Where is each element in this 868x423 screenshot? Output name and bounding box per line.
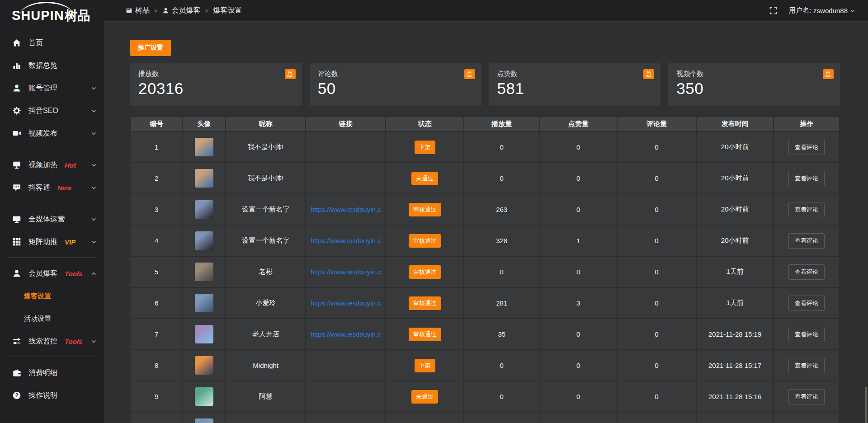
sidebar-item-视频发布[interactable]: 视频发布 xyxy=(0,122,104,145)
video-link[interactable]: https://www.iesdouyin.c xyxy=(311,206,381,213)
video-link[interactable]: https://www.iesdouyin.c xyxy=(311,299,381,307)
cell-comments: 0 xyxy=(617,350,697,381)
username: zswodun88 xyxy=(813,7,848,14)
cell-action: 查看评论 xyxy=(774,256,840,287)
cell-action: 查看评论 xyxy=(774,163,840,194)
user-icon xyxy=(12,84,21,93)
cell-avatar xyxy=(182,319,226,350)
view-comments-button[interactable]: 查看评论 xyxy=(788,296,825,311)
topbar: 树品 > 会员爆客 > 爆客设置 用户名: zswodun88 xyxy=(104,0,868,22)
sidebar-divider xyxy=(8,357,96,357)
column-header-点赞量: 点赞量 xyxy=(540,117,617,132)
sidebar-item-抖音SEO[interactable]: 抖音SEO xyxy=(0,99,104,122)
table-row: 3设置一个新名字https://www.iesdouyin.c审核通过26300… xyxy=(131,194,840,225)
video-link[interactable]: https://www.iesdouyin.c xyxy=(311,268,381,276)
stat-card-评论数: 评论数50总 xyxy=(310,63,481,106)
cell-plays: 328 xyxy=(464,225,540,256)
total-badge: 总 xyxy=(464,69,475,79)
cell-nickname: 阿慧 xyxy=(226,381,306,412)
sidebar-item-线索监控[interactable]: 线索监控Tools xyxy=(0,330,104,352)
view-comments-button[interactable]: 查看评论 xyxy=(788,327,825,342)
sidebar-item-矩阵助推[interactable]: 矩阵助推VIP xyxy=(0,230,104,253)
status-badge: 下架 xyxy=(415,359,435,372)
cell-id xyxy=(131,412,182,423)
cell-avatar xyxy=(182,256,226,287)
sidebar-item-badge: Hot xyxy=(65,161,76,169)
cell-id: 4 xyxy=(131,225,182,256)
sidebar-divider xyxy=(8,149,96,149)
video-icon xyxy=(12,129,21,138)
sidebar-item-操作说明[interactable]: ?操作说明 xyxy=(0,384,104,407)
sidebar-item-badge: Tools xyxy=(65,338,82,345)
cell-time xyxy=(696,412,774,423)
promo-settings-button[interactable]: 推广设置 xyxy=(130,40,171,56)
cell-avatar xyxy=(182,163,226,194)
view-comments-button[interactable]: 查看评论 xyxy=(788,202,825,217)
cell-nickname: 我不是小帅! xyxy=(226,132,306,163)
cell-comments: 0 xyxy=(617,163,697,194)
chevron-down-icon xyxy=(91,131,97,136)
heat-icon xyxy=(12,160,21,169)
sidebar-item-label: 线索监控 xyxy=(28,337,57,346)
cell-id: 6 xyxy=(131,287,182,319)
cell-likes xyxy=(540,412,617,423)
view-comments-button[interactable]: 查看评论 xyxy=(788,140,825,155)
cell-id: 9 xyxy=(131,381,182,412)
cell-action: 查看评论 xyxy=(774,225,840,256)
cell-status: 审核通过 xyxy=(386,256,463,287)
status-badge: 审核通过 xyxy=(409,265,441,279)
cell-link: https://www.iesdouyin.c xyxy=(306,256,386,287)
stat-value: 581 xyxy=(497,80,653,98)
cell-status: 未通过 xyxy=(386,163,463,194)
sidebar-item-视频加热[interactable]: 视频加热Hot xyxy=(0,154,104,176)
user-menu[interactable]: 用户名: zswodun88 xyxy=(789,6,855,15)
logo-arc-decoration xyxy=(20,2,73,15)
sidebar-item-全媒体运营[interactable]: 全媒体运营 xyxy=(0,208,104,230)
cell-likes: 0 xyxy=(540,381,617,412)
view-comments-button[interactable]: 查看评论 xyxy=(788,264,825,280)
cell-id: 8 xyxy=(131,350,182,381)
video-link[interactable]: https://www.iesdouyin.c xyxy=(311,330,381,338)
cell-plays: 263 xyxy=(464,194,540,225)
chevron-down-icon xyxy=(91,216,97,222)
breadcrumb-item-member[interactable]: 会员爆客 xyxy=(162,6,201,15)
cell-comments: 0 xyxy=(617,287,697,319)
sidebar-item-首页[interactable]: 首页 xyxy=(0,32,104,54)
cell-likes: 0 xyxy=(540,319,617,350)
cell-avatar xyxy=(182,350,226,381)
sidebar-item-账号管理[interactable]: 账号管理 xyxy=(0,77,104,99)
cell-link: https://www.iesdouyin.c xyxy=(306,225,386,256)
sidebar-item-label: 会员爆客 xyxy=(28,269,57,278)
view-comments-button[interactable]: 查看评论 xyxy=(788,171,825,186)
breadcrumb: 树品 > 会员爆客 > 爆客设置 xyxy=(126,6,242,15)
avatar xyxy=(195,356,213,375)
cell-status: 下架 xyxy=(386,350,463,381)
cell-nickname: 设置一个新名字 xyxy=(226,225,306,256)
sidebar-item-badge: New xyxy=(57,184,71,192)
chevron-down-icon xyxy=(850,8,855,14)
cell-nickname: Midnight xyxy=(226,350,306,381)
fullscreen-icon[interactable] xyxy=(769,7,777,14)
sidebar-subitem-label: 活动设置 xyxy=(24,315,51,323)
chevron-down-icon xyxy=(91,162,97,168)
sidebar-subitem-爆客设置[interactable]: 爆客设置 xyxy=(0,285,104,307)
view-comments-button[interactable]: 查看评论 xyxy=(788,233,825,249)
cell-action: 查看评论 xyxy=(774,194,840,225)
sidebar-subitem-活动设置[interactable]: 活动设置 xyxy=(0,307,104,330)
sidebar-item-label: 视频发布 xyxy=(28,129,57,138)
view-comments-button[interactable]: 查看评论 xyxy=(788,389,825,404)
breadcrumb-item-home[interactable]: 树品 xyxy=(126,6,150,15)
cell-time: 2021-11-28 15:16 xyxy=(696,381,774,412)
sidebar-item-数据总览[interactable]: 数据总览 xyxy=(0,54,104,77)
sidebar-item-消费明细[interactable]: 消费明细 xyxy=(0,362,104,384)
sidebar-item-抖客通[interactable]: 抖客通New xyxy=(0,176,104,199)
column-header-操作: 操作 xyxy=(774,117,840,132)
cell-link xyxy=(306,412,386,423)
scrollbar-thumb[interactable] xyxy=(865,387,867,423)
view-comments-button[interactable]: 查看评论 xyxy=(788,358,825,373)
cell-plays: 35 xyxy=(464,319,540,350)
stats-row: 播放数20316总评论数50总点赞数581总视频个数350总 xyxy=(130,63,840,106)
sidebar-item-会员爆客[interactable]: 会员爆客Tools xyxy=(0,262,104,285)
sidebar-item-label: 矩阵助推 xyxy=(28,237,57,247)
video-link[interactable]: https://www.iesdouyin.c xyxy=(311,237,381,244)
